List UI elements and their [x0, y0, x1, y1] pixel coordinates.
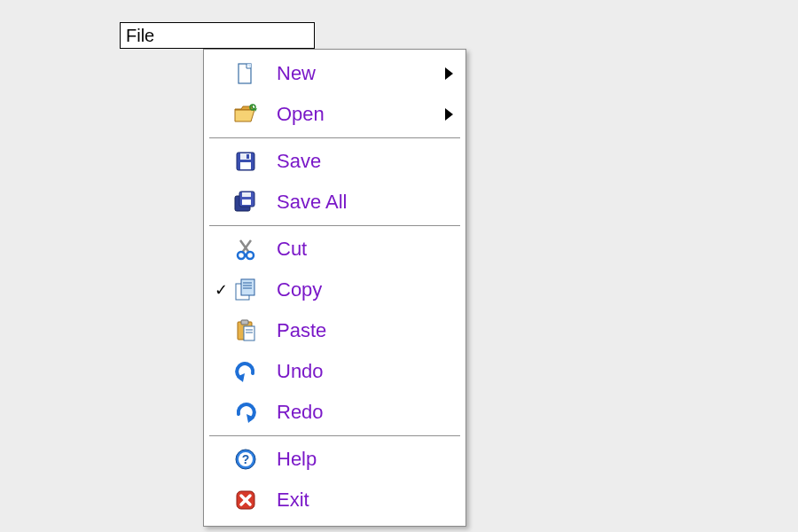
file-dropdown-menu: New Open [203, 49, 466, 527]
menu-item-label: Paste [261, 321, 437, 340]
menu-item-open[interactable]: Open [204, 94, 466, 135]
menu-item-undo[interactable]: Undo [204, 351, 466, 392]
help-icon: ? [231, 448, 261, 471]
undo-icon [231, 361, 261, 382]
menu-item-label: Copy [261, 280, 437, 300]
copy-icon [231, 278, 261, 302]
svg-text:?: ? [242, 452, 250, 466]
menu-item-label: Save All [261, 192, 437, 212]
svg-rect-7 [240, 153, 251, 160]
menu-item-new[interactable]: New [204, 53, 466, 94]
svg-rect-12 [242, 192, 251, 197]
menu-separator [209, 435, 460, 436]
menu-item-save-all[interactable]: Save All [204, 182, 466, 223]
paste-icon [231, 318, 261, 343]
svg-rect-9 [246, 154, 249, 159]
save-icon [231, 150, 261, 173]
svg-rect-24 [241, 320, 248, 325]
menu-item-paste[interactable]: Paste [204, 310, 466, 351]
menu-item-label: Redo [261, 403, 437, 422]
svg-rect-19 [241, 279, 254, 295]
svg-rect-25 [244, 326, 254, 340]
svg-point-16 [238, 252, 245, 259]
menu-item-redo[interactable]: Redo [204, 392, 466, 433]
menu-separator [209, 137, 460, 138]
menu-item-label: Open [261, 105, 437, 124]
file-menu-button[interactable]: File [120, 22, 315, 49]
file-menu-label: File [126, 26, 154, 45]
redo-icon [231, 402, 261, 423]
svg-rect-0 [239, 64, 251, 83]
menu-item-help[interactable]: ? Help [204, 439, 466, 480]
menu-item-label: Undo [261, 362, 437, 381]
menu-item-label: Exit [261, 490, 437, 510]
menu-item-label: New [261, 64, 437, 83]
svg-rect-13 [242, 200, 251, 205]
menu-item-copy[interactable]: ✓ Copy [204, 270, 466, 310]
menu-separator [209, 225, 460, 226]
save-all-icon [231, 190, 261, 215]
svg-rect-8 [240, 162, 251, 169]
menu-item-save[interactable]: Save [204, 141, 466, 182]
open-folder-icon [231, 104, 261, 125]
menu-item-cut[interactable]: Cut [204, 229, 466, 270]
menu-item-exit[interactable]: Exit [204, 480, 466, 520]
menu-item-label: Cut [261, 239, 437, 259]
exit-icon [231, 489, 261, 512]
submenu-arrow-icon [437, 108, 453, 121]
submenu-arrow-icon [437, 67, 453, 80]
menu-item-label: Help [261, 450, 437, 469]
check-mark-icon: ✓ [211, 280, 231, 300]
menu-item-label: Save [261, 152, 437, 171]
svg-point-17 [246, 252, 254, 259]
cut-icon [231, 238, 261, 261]
new-file-icon [231, 62, 261, 85]
